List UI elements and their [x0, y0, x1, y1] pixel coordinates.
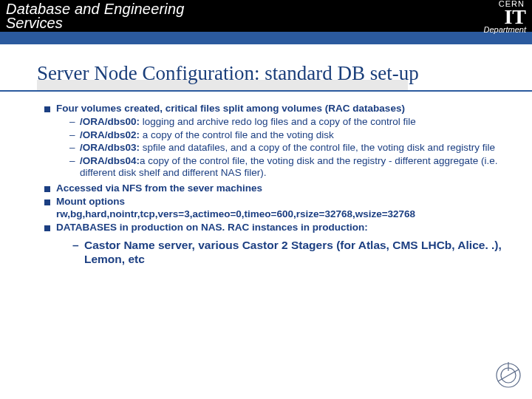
prod-instances: Castor Name server, various Castor 2 Sta… — [72, 239, 516, 267]
vol-dbs00-desc: logging and archive redo log files and a… — [143, 116, 416, 127]
bullet-nfs: Accessed via NFS from the sever machines — [44, 183, 516, 194]
bullet-nfs-text: Accessed via NFS from the sever machines — [56, 183, 262, 194]
bullet-prod-text: DATABASES in production on NAS. RAC inst… — [56, 222, 368, 233]
bullet-volumes: Four volumes created, critical files spl… — [44, 103, 516, 180]
bullet-mount: Mount options rw,bg,hard,nointr,tcp,vers… — [44, 196, 516, 220]
prod-sublist: Castor Name server, various Castor 2 Sta… — [72, 239, 516, 267]
dept-word: Department — [484, 26, 526, 34]
title-row: Server Node Configuration: standard DB s… — [0, 58, 532, 89]
bullet-prod: DATABASES in production on NAS. RAC inst… — [44, 222, 516, 266]
title-underline — [0, 90, 532, 92]
header-org-block: CERN IT Department — [484, 0, 526, 35]
header-line-2: Services — [6, 16, 185, 31]
vol-dbs02-desc: a copy of the control file and the votin… — [143, 129, 334, 140]
vol-dbs04: /ORA/dbs04:a copy of the control file, t… — [69, 155, 516, 180]
vol-dbs02-path: /ORA/dbs02: — [80, 129, 140, 140]
vol-dbs03-path: /ORA/dbs03: — [80, 142, 140, 153]
header-service-title: Database and Engineering Services — [6, 1, 185, 31]
vol-dbs00: /ORA/dbs00: logging and archive redo log… — [69, 116, 516, 128]
spacer — [0, 44, 532, 58]
vol-dbs00-path: /ORA/dbs00: — [80, 116, 140, 127]
slide-title: Server Node Configuration: standard DB s… — [37, 62, 532, 85]
vol-dbs03: /ORA/dbs03: spfile and datafiles, and a … — [69, 142, 516, 154]
dept-abbr: IT — [484, 7, 526, 27]
vol-dbs04-path: /ORA/dbs04: — [80, 155, 140, 166]
cern-logo-icon — [494, 361, 523, 390]
vol-dbs03-desc: spfile and datafiles, and a copy of the … — [143, 142, 495, 153]
mount-options: rw,bg,hard,nointr,tcp,vers=3,actimeo=0,t… — [56, 208, 415, 219]
vol-dbs02: /ORA/dbs02: a copy of the control file a… — [69, 129, 516, 141]
header-bar: Database and Engineering Services CERN I… — [0, 0, 532, 44]
content-area: Four volumes created, critical files spl… — [0, 89, 532, 267]
bullet-list: Four volumes created, critical files spl… — [44, 103, 516, 267]
prod-instances-text: Castor Name server, various Castor 2 Sta… — [84, 239, 502, 265]
vol-dbs04-desc: a copy of the control file, the voting d… — [80, 155, 498, 178]
bullet-volumes-text: Four volumes created, critical files spl… — [56, 103, 405, 114]
volume-sublist: /ORA/dbs00: logging and archive redo log… — [69, 116, 516, 179]
bullet-mount-label: Mount options — [56, 196, 125, 207]
